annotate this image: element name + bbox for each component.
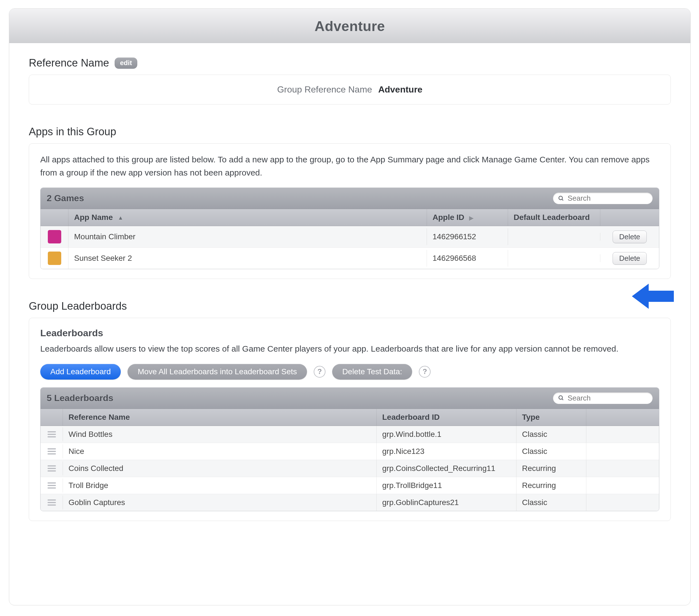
leaderboard-row: Nice grp.Nice123 Classic (41, 443, 659, 460)
leaderboards-table-columns: Reference Name Leaderboard ID Type (41, 409, 659, 426)
leaderboards-section-header: Group Leaderboards (29, 300, 671, 312)
app-apple-id: 1462966568 (427, 250, 508, 267)
leaderboard-id: grp.GoblinCaptures21 (377, 494, 516, 511)
col-default-leaderboard[interactable]: Default Leaderboard (508, 209, 600, 226)
leaderboard-name: Wind Bottles (63, 426, 377, 443)
svg-line-1 (562, 199, 563, 200)
leaderboards-section-title: Group Leaderboards (29, 300, 127, 312)
app-apple-id: 1462966152 (427, 228, 508, 245)
reference-name-label: Reference Name (29, 57, 109, 69)
drag-handle-icon[interactable] (48, 448, 56, 454)
svg-marker-4 (632, 284, 674, 309)
drag-handle-icon[interactable] (48, 465, 56, 471)
group-reference-name-value: Adventure (378, 84, 422, 94)
apps-table: 2 Games App Name ▲ Apple ID (40, 188, 659, 269)
app-icon (48, 230, 61, 243)
apps-count: 2 Games (47, 193, 84, 203)
app-default-leaderboard (508, 233, 600, 241)
delete-button[interactable]: Delete (612, 231, 646, 243)
leaderboards-help-text: Leaderboards allow users to view the top… (40, 343, 659, 356)
leaderboards-search-input[interactable] (567, 393, 649, 403)
drag-handle-icon[interactable] (48, 499, 56, 506)
sort-neutral-icon: ▶ (469, 215, 473, 222)
apps-table-header: 2 Games (41, 188, 659, 209)
leaderboards-panel: Leaderboards Leaderboards allow users to… (29, 318, 671, 521)
search-icon (558, 395, 564, 401)
leaderboard-id: grp.TrollBridge11 (377, 477, 516, 494)
leaderboard-type: Classic (516, 494, 586, 511)
leaderboards-search[interactable] (553, 392, 653, 404)
leaderboard-row: Goblin Captures grp.GoblinCaptures21 Cla… (41, 494, 659, 511)
app-name: Mountain Climber (68, 228, 427, 245)
apps-table-row: Mountain Climber 1462966152 Delete (41, 226, 659, 247)
leaderboard-name: Nice (63, 443, 377, 460)
group-reference-name-label: Group Reference Name (277, 84, 372, 94)
leaderboard-id: grp.Wind.bottle.1 (377, 426, 516, 443)
delete-button[interactable]: Delete (612, 252, 646, 265)
reference-name-panel: Group Reference Name Adventure (29, 75, 671, 105)
edit-button[interactable]: edit (115, 57, 137, 69)
apps-section-header: Apps in this Group (29, 126, 671, 138)
leaderboards-table: 5 Leaderboards Reference Name Leaderboar… (40, 387, 659, 511)
drag-handle-icon[interactable] (48, 431, 56, 438)
apps-help-text: All apps attached to this group are list… (40, 153, 659, 179)
delete-test-data-button[interactable]: Delete Test Data: (332, 364, 412, 379)
leaderboard-type: Recurring (516, 477, 586, 494)
apps-panel: All apps attached to this group are list… (29, 143, 671, 279)
app-default-leaderboard (508, 254, 600, 262)
leaderboard-type: Classic (516, 426, 586, 443)
col-type[interactable]: Type (516, 409, 586, 426)
leaderboard-type: Recurring (516, 460, 586, 477)
leaderboards-subtitle: Leaderboards (40, 327, 659, 338)
svg-point-0 (559, 196, 563, 200)
leaderboard-name: Troll Bridge (63, 477, 377, 494)
sort-asc-icon: ▲ (118, 215, 123, 221)
leaderboard-row: Troll Bridge grp.TrollBridge11 Recurring (41, 477, 659, 494)
app-icon (48, 252, 61, 265)
help-icon[interactable]: ? (314, 366, 326, 378)
svg-line-3 (562, 399, 563, 400)
annotation-arrow-icon (632, 282, 674, 310)
page-title: Adventure (9, 18, 690, 35)
apps-table-columns: App Name ▲ Apple ID ▶ Default Leaderboar… (41, 209, 659, 226)
search-icon (558, 196, 564, 201)
move-leaderboards-button[interactable]: Move All Leaderboards into Leaderboard S… (128, 364, 307, 379)
col-leaderboard-id[interactable]: Leaderboard ID (377, 409, 516, 426)
drag-handle-icon[interactable] (48, 482, 56, 488)
leaderboard-id: grp.Nice123 (377, 443, 516, 460)
apps-search-input[interactable] (567, 194, 649, 203)
app-name: Sunset Seeker 2 (68, 250, 427, 267)
reference-name-header: Reference Name edit (29, 57, 671, 69)
leaderboard-row: Wind Bottles grp.Wind.bottle.1 Classic (41, 426, 659, 443)
leaderboard-type: Classic (516, 443, 586, 460)
svg-point-2 (559, 396, 563, 399)
leaderboard-row: Coins Collected grp.CoinsCollected_Recur… (41, 460, 659, 477)
apps-search[interactable] (553, 192, 653, 204)
leaderboard-id: grp.CoinsCollected_Recurring11 (377, 460, 516, 477)
leaderboards-actions: Add Leaderboard Move All Leaderboards in… (40, 364, 659, 379)
leaderboards-table-header: 5 Leaderboards (41, 388, 659, 409)
titlebar: Adventure (9, 9, 690, 43)
col-reference-name[interactable]: Reference Name (63, 409, 377, 426)
group-detail-window: Adventure Reference Name edit Group Refe… (9, 9, 690, 605)
apps-table-row: Sunset Seeker 2 1462966568 Delete (41, 247, 659, 269)
col-apple-id[interactable]: Apple ID ▶ (427, 209, 508, 226)
apps-section-title: Apps in this Group (29, 126, 116, 138)
leaderboard-name: Coins Collected (63, 460, 377, 477)
leaderboard-name: Goblin Captures (63, 494, 377, 511)
leaderboards-count: 5 Leaderboards (47, 393, 113, 403)
add-leaderboard-button[interactable]: Add Leaderboard (40, 364, 121, 379)
help-icon[interactable]: ? (419, 366, 431, 378)
col-app-name[interactable]: App Name ▲ (68, 209, 427, 226)
